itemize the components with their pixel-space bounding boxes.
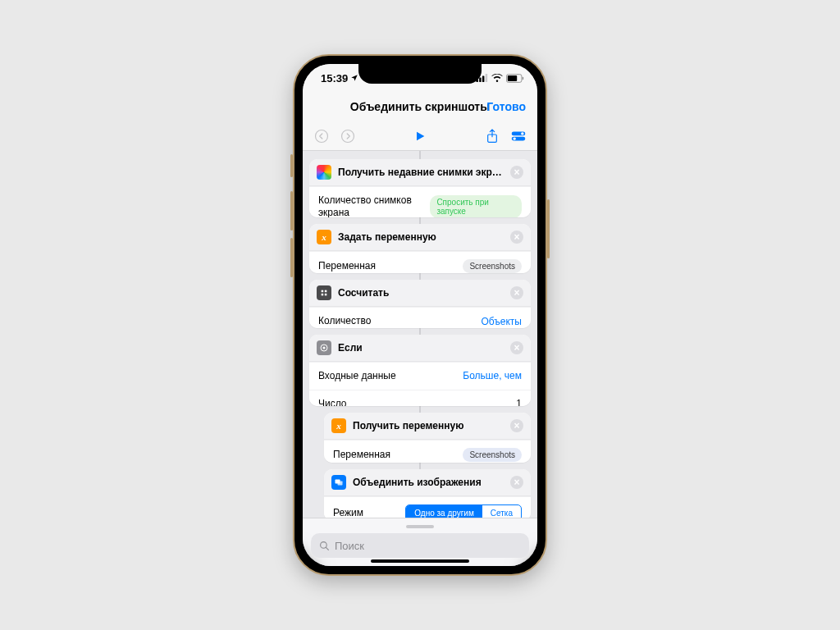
delete-action-button[interactable]: × [510, 341, 523, 354]
action-get-recent-screenshots[interactable]: Получить недавние снимки экрана × Количе… [309, 159, 531, 217]
drag-handle[interactable] [406, 525, 434, 528]
location-icon [350, 74, 358, 82]
param-label: Входные данные [318, 370, 396, 382]
toolbar [303, 121, 537, 151]
done-button[interactable]: Готово [486, 100, 526, 113]
delete-action-button[interactable]: × [510, 231, 523, 244]
combine-images-icon [331, 475, 346, 490]
param-value[interactable]: Больше, чем [463, 370, 522, 381]
power-button [547, 199, 550, 258]
delete-action-button[interactable]: × [510, 286, 523, 299]
param-label: Количество [318, 315, 371, 327]
page-title: Объединить скриншоты [350, 100, 490, 113]
gear-icon [317, 340, 331, 355]
svg-rect-6 [523, 76, 523, 80]
status-icons [476, 74, 524, 83]
svg-rect-22 [338, 481, 343, 485]
action-title: Объединить изображения [353, 477, 504, 488]
svg-rect-18 [325, 294, 327, 296]
svg-rect-14 [320, 289, 328, 297]
nav-bar: Объединить скриншоты Готово [303, 92, 537, 121]
search-icon [319, 541, 330, 551]
share-button[interactable] [485, 129, 500, 144]
segment-option-sequential[interactable]: Одно за другим [406, 505, 482, 518]
action-get-variable[interactable]: x Получить переменную × Переменная Scree… [324, 413, 531, 462]
screen: 15:39 Объединить скриншоты Готово [303, 64, 537, 566]
svg-point-20 [323, 346, 326, 349]
search-field[interactable]: Поиск [311, 533, 529, 558]
svg-rect-5 [508, 75, 517, 80]
svg-rect-1 [479, 78, 482, 82]
redo-button[interactable] [340, 129, 355, 144]
volume-down-button [290, 238, 293, 277]
variable-icon: x [317, 230, 331, 244]
action-title: Если [338, 342, 504, 354]
param-label: Переменная [318, 260, 376, 272]
phone-frame: 15:39 Объединить скриншоты Готово [293, 54, 547, 576]
param-label: Число [318, 398, 347, 407]
param-label: Режим [333, 507, 363, 518]
action-title: Задать переменную [338, 231, 504, 243]
settings-toggle-button[interactable] [511, 129, 526, 144]
undo-button[interactable] [314, 129, 329, 144]
param-label: Количество снимков экрана [318, 194, 430, 217]
action-set-variable[interactable]: x Задать переменную × Переменная Screens… [309, 224, 531, 273]
photos-icon [317, 165, 331, 180]
mode-segmented-control[interactable]: Одно за другим Сетка [405, 504, 522, 518]
status-time: 15:39 [321, 72, 358, 84]
svg-rect-16 [325, 290, 327, 293]
variable-value-pill[interactable]: Screenshots [463, 448, 522, 462]
action-if[interactable]: Если × Входные данные Больше, чем Число … [309, 335, 531, 407]
param-value[interactable]: 1 [516, 398, 522, 406]
action-title: Получить недавние снимки экрана [338, 167, 504, 178]
action-combine-images[interactable]: Объединить изображения × Режим Одно за д… [324, 469, 531, 518]
wifi-icon [491, 74, 503, 82]
action-title: Получить переменную [353, 420, 504, 431]
svg-rect-2 [482, 76, 485, 83]
run-button[interactable] [413, 129, 427, 144]
svg-point-11 [521, 132, 523, 135]
calculator-icon [317, 285, 331, 300]
delete-action-button[interactable]: × [510, 419, 523, 432]
svg-rect-17 [322, 294, 324, 296]
mute-switch [290, 154, 293, 177]
svg-rect-3 [486, 74, 488, 82]
workflow-content[interactable]: Получить недавние снимки экрана × Количе… [303, 151, 537, 518]
svg-rect-15 [322, 290, 324, 293]
segment-option-grid[interactable]: Сетка [482, 505, 521, 518]
svg-line-24 [326, 547, 328, 550]
action-title: Сосчитать [338, 287, 504, 299]
svg-point-13 [513, 137, 515, 139]
volume-up-button [290, 191, 293, 231]
delete-action-button[interactable]: × [510, 476, 523, 489]
delete-action-button[interactable]: × [510, 166, 523, 179]
home-indicator[interactable] [371, 559, 469, 563]
action-count[interactable]: Сосчитать × Количество Объекты [309, 280, 531, 327]
clock: 15:39 [321, 72, 348, 84]
ask-on-run-pill[interactable]: Спросить при запуске [430, 195, 522, 217]
search-placeholder: Поиск [335, 540, 364, 552]
battery-icon [506, 74, 524, 83]
param-value[interactable]: Объекты [482, 316, 523, 327]
variable-icon: x [331, 418, 346, 433]
variable-value-pill[interactable]: Screenshots [463, 259, 522, 273]
notch [358, 64, 482, 84]
param-label: Переменная [333, 449, 390, 461]
svg-point-8 [342, 130, 354, 142]
svg-point-7 [316, 130, 328, 142]
